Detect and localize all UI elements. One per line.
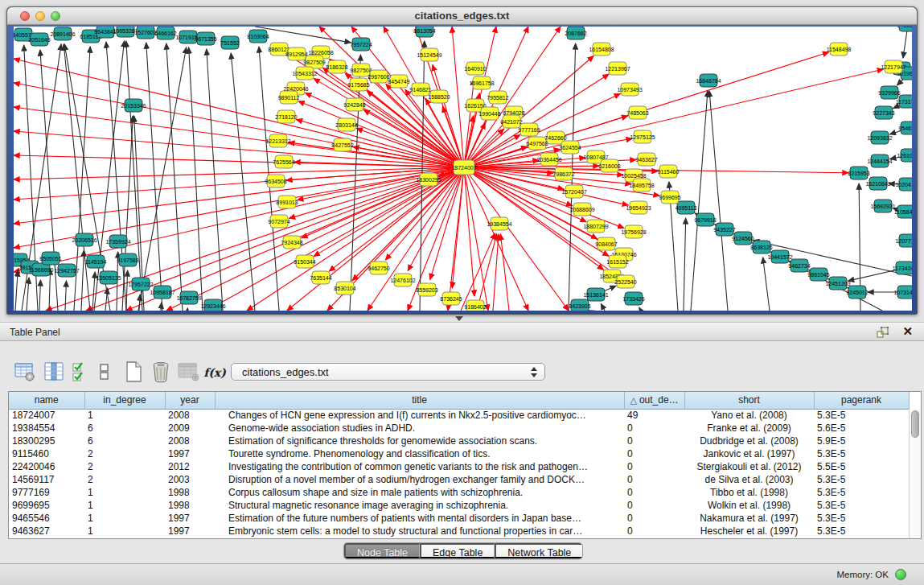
node-teal-9671355[interactable]: 9671355 (195, 32, 216, 45)
node-yellow-2522540[interactable]: 2522540 (614, 275, 636, 288)
column-header-year[interactable]: year (165, 392, 215, 409)
node-teal-9124560[interactable]: 9124560 (732, 232, 754, 245)
table-row[interactable]: 946554611997Estimation of the future num… (9, 512, 909, 525)
node-yellow-9777169[interactable]: 9777169 (518, 123, 540, 136)
node-yellow-18724007[interactable]: 18724007 (451, 160, 476, 175)
node-teal-10441572[interactable]: 10441572 (767, 250, 792, 263)
node-teal-16648784[interactable]: 16648784 (696, 74, 721, 87)
node-yellow-7485063[interactable]: 7485063 (626, 106, 648, 119)
citation-edge-black[interactable] (207, 49, 223, 311)
node-teal-10958187[interactable]: 10958187 (150, 286, 175, 299)
node-yellow-7635144[interactable]: 7635144 (310, 271, 331, 284)
panel-close-icon[interactable]: ✕ (902, 324, 913, 339)
table-row[interactable]: 911546021997Tourette syndrome. Phenomeno… (9, 447, 909, 460)
node-teal-11058474[interactable]: 11058474 (894, 205, 912, 218)
function-builder-button[interactable]: f(x) (203, 364, 227, 381)
node-teal-9861045[interactable]: 9861045 (807, 268, 829, 281)
node-teal-4095113[interactable]: 4095113 (676, 201, 697, 214)
import-table-button-disabled[interactable] (177, 360, 199, 383)
citation-edge-red[interactable] (464, 79, 474, 167)
node-yellow-8186328[interactable]: 8186328 (326, 60, 347, 73)
citation-edge-red[interactable] (289, 167, 464, 218)
node-yellow-8991013[interactable]: 8991013 (276, 196, 298, 208)
node-teal-9435227[interactable]: 9435227 (713, 223, 735, 236)
node-teal-9245012[interactable]: 9245012 (846, 286, 868, 299)
citation-edge-black[interactable] (639, 307, 641, 311)
citation-edge-red[interactable] (464, 69, 883, 167)
node-yellow-9175685[interactable]: 9175685 (347, 78, 369, 91)
node-teal-9227343[interactable]: 9227343 (873, 106, 894, 119)
network-canvas[interactable]: 1405571205164820891406618516396438411065… (14, 27, 912, 311)
node-yellow-9462750[interactable]: 9462750 (368, 262, 389, 274)
node-yellow-7986372[interactable]: 7986372 (552, 167, 574, 180)
table-vertical-scrollbar[interactable] (909, 409, 921, 538)
column-header-out_de[interactable]: △out_de… (624, 392, 684, 409)
node-teal-1527602[interactable]: 1527602 (134, 27, 156, 39)
column-header-pagerank[interactable]: pagerank (814, 392, 909, 409)
node-yellow-9150344[interactable]: 9150344 (294, 255, 315, 268)
select-rows-button[interactable] (72, 360, 94, 383)
node-yellow-9634508[interactable]: 9634508 (265, 175, 286, 187)
node-teal-9546325[interactable]: 9546325 (898, 122, 912, 134)
node-teal-9431542[interactable]: 9431542 (897, 27, 912, 31)
node-yellow-7625564[interactable]: 7625564 (273, 155, 294, 168)
citation-edge-black[interactable] (709, 91, 728, 311)
node-teal-12093832[interactable]: 12093832 (867, 131, 892, 144)
node-teal-12942757[interactable]: 12942757 (54, 264, 79, 277)
node-yellow-12217947[interactable]: 12217947 (881, 60, 906, 73)
node-teal-12923446[interactable]: 12923446 (200, 299, 225, 311)
citation-edge-black[interactable] (161, 303, 162, 311)
node-yellow-12213967[interactable]: 12213967 (605, 62, 630, 75)
node-yellow-2967606[interactable]: 2967606 (368, 70, 389, 83)
select-column-button[interactable] (43, 360, 65, 383)
citation-edge-black[interactable] (684, 218, 686, 311)
node-yellow-9186402[interactable]: 9186402 (464, 300, 486, 311)
node-teal-9329966[interactable]: 9329966 (878, 86, 900, 99)
node-yellow-8559203[interactable]: 8559203 (416, 283, 437, 296)
node-teal-8103064[interactable]: 8103064 (247, 30, 269, 43)
node-yellow-8454749[interactable]: 8454749 (388, 75, 409, 88)
node-teal-12610651[interactable]: 12610651 (897, 149, 912, 162)
citation-edge-red[interactable] (500, 234, 509, 311)
table-row[interactable]: 977716911998Corpus callosum shape and si… (9, 486, 909, 499)
memory-status-indicator[interactable] (895, 569, 906, 580)
table-row[interactable]: 946362711997Embryonic stem cells: a mode… (9, 525, 909, 538)
delete-column-button[interactable] (150, 360, 172, 383)
node-teal-13505135[interactable]: 13505135 (96, 271, 121, 284)
node-teal-2051648[interactable]: 2051648 (28, 33, 50, 46)
citation-edge-red[interactable] (461, 233, 495, 311)
node-teal-9197588[interactable]: 9197588 (117, 253, 138, 266)
citation-edge-black[interactable] (601, 303, 605, 311)
node-teal-20891406[interactable]: 20891406 (50, 27, 75, 40)
citation-edge-black[interactable] (27, 278, 29, 311)
citation-edge-black[interactable] (39, 280, 40, 311)
citation-edge-black[interactable] (81, 250, 84, 311)
node-yellow-18300295[interactable]: 18300295 (416, 173, 441, 186)
citation-edge-black[interactable] (691, 91, 708, 311)
node-yellow-20364456[interactable]: 20364456 (536, 153, 561, 166)
node-yellow-18495758[interactable]: 18495758 (629, 179, 654, 192)
node-yellow-6216008[interactable]: 6216008 (598, 159, 620, 172)
node-yellow-1588520[interactable]: 1588520 (428, 90, 450, 103)
node-yellow-7924348[interactable]: 7924348 (281, 236, 302, 249)
node-yellow-9463627[interactable]: 9463627 (635, 153, 657, 166)
citation-edge-red[interactable] (464, 167, 624, 228)
node-teal-8813054[interactable]: 8813054 (413, 27, 435, 37)
new-column-button[interactable] (122, 360, 145, 383)
node-teal-12451203[interactable]: 12451203 (825, 277, 850, 290)
table-row[interactable]: 969969511998Structural magnetic resonanc… (9, 499, 909, 512)
node-yellow-2803144[interactable]: 2803144 (335, 118, 357, 131)
node-teal-10731422[interactable]: 10731422 (893, 286, 912, 299)
tab-network-table[interactable]: Network Table (495, 543, 582, 558)
table-row[interactable]: 1872400712008Changes of HCN gene express… (9, 409, 909, 422)
citation-edge-black[interactable] (255, 27, 351, 43)
node-yellow-7955812[interactable]: 7955812 (487, 91, 508, 104)
node-teal-7957224[interactable]: 7957224 (350, 38, 372, 51)
node-yellow-9242848[interactable]: 9242848 (343, 98, 365, 111)
node-yellow-9890112[interactable]: 9890112 (278, 91, 300, 104)
table-row[interactable]: 1938455462009Genome-wide association stu… (9, 422, 909, 435)
node-yellow-10973493[interactable]: 10973493 (617, 83, 642, 96)
column-header-in_degree[interactable]: in_degree (84, 392, 165, 409)
node-yellow-8427552[interactable]: 8427552 (331, 138, 353, 151)
row-height-button[interactable] (98, 360, 121, 383)
